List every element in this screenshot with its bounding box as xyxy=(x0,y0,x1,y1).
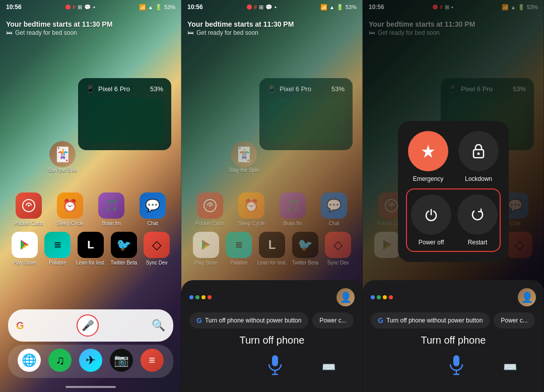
dock-chrome[interactable]: 🌐 xyxy=(15,349,44,374)
palabre-icon: ≡ xyxy=(44,232,71,258)
svg-rect-12 xyxy=(272,355,278,366)
hashtag-icon: # xyxy=(73,4,76,10)
app-brain-fm[interactable]: 🎵 Brain.fm xyxy=(97,192,126,226)
slay-spire-avatar: 🃏 xyxy=(49,141,76,167)
dock-direct[interactable]: ✈ xyxy=(76,349,105,374)
assistant-header-2: 👤 xyxy=(189,288,355,306)
twitter-icon: 🐦 xyxy=(111,232,137,258)
assistant-sheet-2: 👤 G Turn off phone without power button … xyxy=(181,280,363,392)
screen-1: 10:56 # ⊞ 💬 • 📶 ▲ 🔋 53% Your bedtime sta… xyxy=(0,0,181,392)
app-row-1: Pocket Casts ⏰ Sleep Cycle 🎵 Brain.fm 💬 … xyxy=(0,192,181,226)
poweroff-button[interactable] xyxy=(411,194,451,235)
keyboard-icon-2[interactable]: ⌨️ xyxy=(322,361,335,374)
search-suggestions-2: G Turn off phone without power button Po… xyxy=(189,312,355,329)
pocket-casts-icon xyxy=(16,192,42,219)
app-syncdev[interactable]: ◇ Sync Dev xyxy=(142,232,171,266)
wifi-icon-2: 📶 xyxy=(320,4,327,11)
phone-icon-2: 📱 xyxy=(267,85,276,93)
status-time-2: 10:56 xyxy=(187,4,203,11)
chrome-icon: 🌐 xyxy=(18,349,41,372)
notification-2: Your bedtime starts at 11:30 PM 🛏 Get re… xyxy=(181,16,363,40)
dock-spotify[interactable]: ♫ xyxy=(45,349,75,374)
emergency-button[interactable] xyxy=(408,131,448,171)
notif-title-2: Your bedtime starts at 11:30 PM xyxy=(187,20,357,28)
spotify-icon: ♫ xyxy=(48,349,72,372)
syncdev-label: Sync Dev xyxy=(146,260,168,266)
app-row-2: Play Store ≡ Palabre L Lean for Inst... … xyxy=(0,232,181,266)
camera-icon: 📷 xyxy=(110,349,133,372)
app-playstore[interactable]: Play Store xyxy=(10,232,39,266)
lens-icon-1[interactable]: 🔍 xyxy=(152,319,165,332)
assistant-title-2: Turn off phone xyxy=(189,335,355,346)
suggestion-chip-3b[interactable]: Power c... xyxy=(494,312,534,329)
restart-label: Restart xyxy=(468,239,488,246)
slay-spire-label: Slay the Spire xyxy=(48,167,77,173)
restart-item[interactable]: Restart xyxy=(457,194,498,246)
poweroff-item[interactable]: Power off xyxy=(411,194,451,246)
app-chat-1[interactable]: 💬 Chat xyxy=(138,192,167,226)
status-icons-2: # ⊞ 💬 • xyxy=(247,4,277,11)
battery-pct-1: 53% xyxy=(150,85,163,93)
dock-camera[interactable]: 📷 xyxy=(107,349,136,374)
suggestion-chip-3a[interactable]: G Turn off phone without power button xyxy=(371,312,490,329)
emergency-item[interactable]: Emergency xyxy=(406,131,450,182)
notif-sub-1: 🛏 Get ready for bed soon xyxy=(6,29,175,36)
alarm-icon xyxy=(65,5,71,10)
app-palabre[interactable]: ≡ Palabre xyxy=(43,232,72,266)
app-sleep-cycle[interactable]: ⏰ Sleep Cycle xyxy=(55,192,85,226)
lockdown-item[interactable]: Lockdown xyxy=(456,131,501,182)
power-bottom-row: Power off Restart xyxy=(406,188,501,252)
assistant-mic-2[interactable] xyxy=(267,354,283,380)
keyboard-icon-3[interactable]: ⌨️ xyxy=(503,361,517,374)
dot-green xyxy=(195,295,199,299)
playstore-icon xyxy=(12,232,38,258)
search-bar-1[interactable]: G 🎤 🔍 xyxy=(8,309,173,342)
mic-button-1[interactable]: 🎤 xyxy=(77,314,99,337)
message-icon-2: 💬 xyxy=(265,4,273,11)
suggestion-text-3b: Power c... xyxy=(501,317,527,324)
battery-body-2 xyxy=(267,98,345,143)
status-right-1: 📶 ▲ 🔋 53% xyxy=(139,4,175,11)
signal-icon-2: ▲ xyxy=(329,5,334,10)
battery-icon-2: 🔋 xyxy=(336,4,344,11)
home-indicator-1[interactable] xyxy=(65,386,116,388)
app-pocket-casts[interactable]: Pocket Casts xyxy=(14,192,43,226)
assistant-mic-3[interactable] xyxy=(448,354,464,380)
direct-icon: ✈ xyxy=(79,349,102,372)
dot-blue xyxy=(189,295,193,299)
screen-2: 10:56 # ⊞ 💬 • 📶 ▲ 🔋 53% Your bedtime sta… xyxy=(181,0,363,392)
more-icon-2: • xyxy=(275,4,277,10)
twitter-label: Twitter Beta xyxy=(110,260,137,266)
app-twitter[interactable]: 🐦 Twitter Beta xyxy=(109,232,139,266)
app-lean[interactable]: L Lean for Inst... xyxy=(76,232,105,266)
lean-icon: L xyxy=(78,232,104,258)
brain-fm-label: Brain.fm xyxy=(102,221,120,226)
assistant-title-3: Turn off phone xyxy=(371,335,536,346)
user-avatar-3: 👤 xyxy=(518,288,536,306)
dot-green-3 xyxy=(377,295,381,299)
sleep-cycle-icon: ⏰ xyxy=(57,192,83,219)
phone-icon: 📱 xyxy=(86,85,94,93)
slay-spire-icon-2[interactable]: 🃏 Slay the Spire xyxy=(229,141,258,173)
svg-point-1 xyxy=(28,205,30,207)
wifi-icon: 📶 xyxy=(139,4,146,11)
assistant-header-3: 👤 xyxy=(371,288,536,306)
screen-3: 10:56 # ⊞ • 📶 ▲ 🔋 53% Your bedtime start… xyxy=(363,0,544,392)
assistant-actions-2: ⌨️ xyxy=(189,354,355,380)
lockdown-button[interactable] xyxy=(458,131,499,171)
syncdev-icon: ◇ xyxy=(144,232,170,258)
power-menu: Emergency Lockdown xyxy=(398,121,509,262)
battery-icon: 🔋 xyxy=(155,4,162,11)
google-logo-1: G xyxy=(196,316,202,324)
emergency-label: Emergency xyxy=(413,175,444,182)
assistant-actions-3: ⌨️ xyxy=(371,354,536,380)
app-row-2b: Play Store ≡ Palabre L Lean for Inst... … xyxy=(181,232,363,266)
restart-button[interactable] xyxy=(457,194,498,235)
suggestion-chip-2[interactable]: Power c... xyxy=(312,312,353,329)
status-right-2: 📶 ▲ 🔋 53% xyxy=(320,4,357,11)
battery-widget-2: 📱 Pixel 6 Pro 53% xyxy=(259,78,353,150)
dock-readwise[interactable]: ≡ xyxy=(138,349,167,374)
hashtag-icon-2: # xyxy=(254,4,257,10)
suggestion-chip-1[interactable]: G Turn off phone without power button xyxy=(189,312,308,329)
slay-spire-icon[interactable]: 🃏 Slay the Spire xyxy=(48,141,77,173)
